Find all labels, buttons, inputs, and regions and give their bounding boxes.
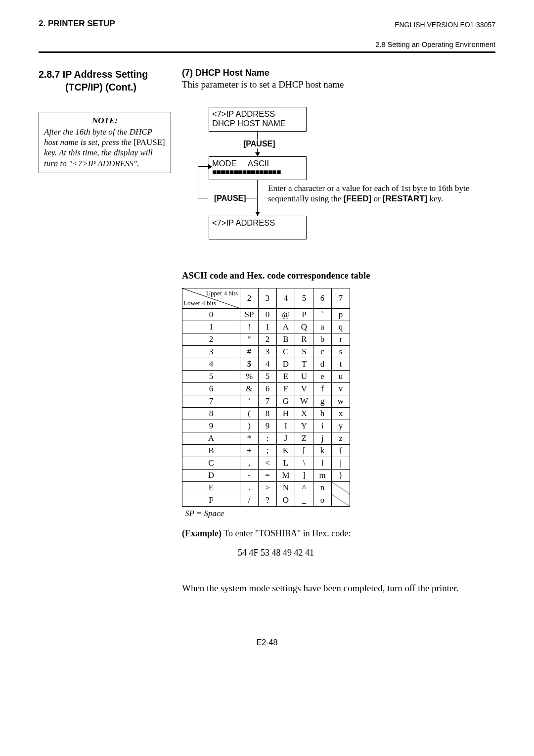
section-title-cont: (TCP/IP) (Cont.)	[65, 82, 136, 93]
note-box: NOTE: After the 16th byte of the DHCP ho…	[39, 112, 171, 173]
subsection-desc: This parameter is to set a DHCP host nam…	[182, 79, 495, 90]
flow-label-pause-2: [PAUSE]	[214, 194, 246, 203]
flow-box-start: <7>IP ADDRESS DHCP HOST NAME	[209, 107, 307, 132]
header-section: 2.8 Setting an Operating Environment	[39, 41, 495, 48]
example-hex: 54 4F 53 48 49 42 41	[182, 548, 370, 558]
table-footnote: SP = Space	[185, 509, 495, 519]
flow-box-mode: MODE ASCII ■■■■■■■■■■■■■■■■	[209, 156, 307, 180]
header-chapter: 2. PRINTER SETUP	[39, 19, 115, 29]
note-body: After the 16th byte of the DHCP host nam…	[44, 127, 166, 169]
note-title: NOTE:	[44, 115, 166, 126]
section-number-title: 2.8.7 IP Address Setting	[39, 69, 148, 80]
flow-diagram: <7>IP ADDRESS DHCP HOST NAME [PAUSE] MOD…	[209, 107, 495, 243]
flow-label-pause-1: [PAUSE]	[243, 140, 275, 148]
flow-side-text: Enter a character or a value for each of…	[268, 183, 495, 204]
flow-box-end: <7>IP ADDRESS	[209, 216, 307, 239]
closing-note: When the system mode settings have been …	[182, 583, 495, 594]
subsection-title: (7) DHCP Host Name	[182, 68, 495, 78]
page-number: E2-48	[39, 638, 495, 647]
example-line: (Example) To enter "TOSHIBA" in Hex. cod…	[182, 528, 495, 539]
header-rule	[39, 51, 495, 53]
header-version: ENGLISH VERSION EO1-33057	[395, 21, 495, 29]
ascii-table-title: ASCII code and Hex. code correspondence …	[182, 271, 495, 281]
ascii-table: Upper 4 bitsLower 4 bits2345670SP0@P`p1!…	[182, 288, 350, 507]
